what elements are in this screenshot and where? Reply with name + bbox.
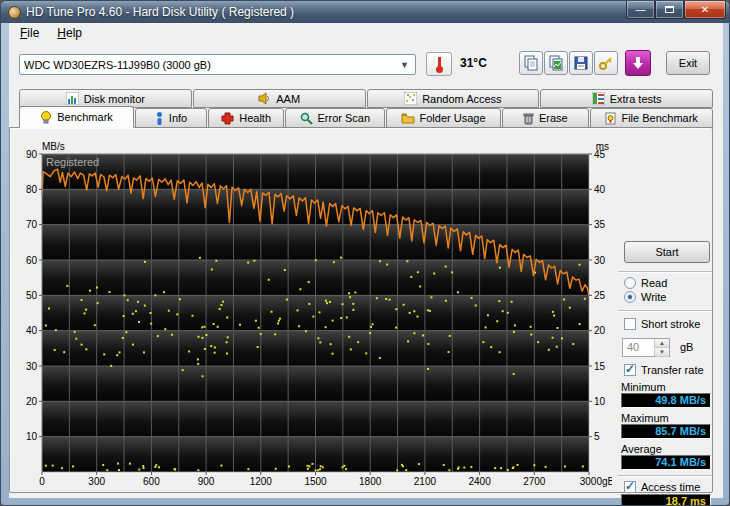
menu-help[interactable]: Help: [48, 24, 91, 42]
down-arrow-icon: [632, 56, 644, 70]
maximize-icon: [665, 6, 674, 13]
file-benchmark-icon: [605, 112, 616, 125]
svg-text:35: 35: [594, 219, 606, 230]
svg-text:45: 45: [594, 149, 606, 160]
tab-benchmark[interactable]: Benchmark: [19, 106, 134, 128]
svg-text:Registered: Registered: [46, 156, 99, 168]
drive-select-value: WDC WD30EZRS-11J99B0 (3000 gB): [24, 59, 211, 71]
svg-text:25: 25: [594, 290, 606, 301]
short-stroke-spinner[interactable]: 40 ▲▼: [622, 338, 670, 357]
maximize-button[interactable]: [655, 1, 684, 19]
svg-text:40: 40: [594, 184, 606, 195]
tab-random-access[interactable]: Random Access: [367, 89, 540, 108]
maximum-value: 85.7 MB/s: [621, 424, 711, 439]
svg-text:3000gB: 3000gB: [580, 476, 612, 487]
access-time-checkbox[interactable]: Access time: [624, 481, 700, 493]
average-value: 74.1 MB/s: [621, 455, 711, 470]
minimize-button[interactable]: —: [626, 1, 655, 19]
tab-aam[interactable]: AAM: [193, 89, 366, 108]
trash-icon: [523, 112, 534, 125]
tab-info[interactable]: Info: [135, 108, 207, 128]
svg-text:20: 20: [594, 325, 606, 336]
read-radio-circle: [624, 277, 636, 289]
svg-text:2100: 2100: [414, 476, 437, 487]
chevron-down-icon: ▼: [400, 60, 411, 70]
average-label: Average: [621, 443, 662, 455]
benchmark-icon: [40, 111, 52, 124]
window-title: HD Tune Pro 4.60 - Hard Disk Utility ( R…: [26, 5, 294, 19]
minimum-label: Minimum: [621, 381, 666, 393]
access-time-value: 18.7 ms: [621, 494, 711, 506]
temperature-value: 31°C: [460, 56, 487, 70]
folder-icon: [401, 112, 415, 124]
menu-bar: File Help: [9, 23, 723, 43]
svg-text:0: 0: [39, 476, 45, 487]
copy-icon: [523, 55, 539, 71]
write-radio-circle: [624, 291, 636, 303]
tab-row-primary: Benchmark Info Health Err: [19, 108, 713, 128]
tab-error-scan[interactable]: Error Scan: [285, 108, 384, 128]
exit-button[interactable]: Exit: [666, 51, 710, 75]
random-access-icon: [404, 92, 417, 105]
read-radio[interactable]: Read: [624, 277, 667, 289]
magnifier-icon: [300, 112, 313, 125]
svg-text:30: 30: [594, 255, 606, 266]
close-button[interactable]: ✕: [684, 1, 726, 19]
svg-text:30: 30: [26, 361, 38, 372]
copy-image-icon: [548, 55, 564, 71]
screenshot-button[interactable]: [625, 50, 651, 76]
svg-text:5: 5: [594, 431, 600, 442]
copy-image-button[interactable]: [544, 51, 568, 75]
svg-text:900: 900: [198, 476, 215, 487]
save-icon: [573, 55, 589, 71]
svg-text:1200: 1200: [250, 476, 273, 487]
tab-erase[interactable]: Erase: [502, 108, 590, 128]
copy-text-button[interactable]: [519, 51, 543, 75]
options-button[interactable]: [594, 51, 618, 75]
tab-extra-tests[interactable]: Extra tests: [540, 89, 713, 108]
tab-folder-usage[interactable]: Folder Usage: [386, 108, 501, 128]
spin-down-icon[interactable]: ▼: [655, 348, 669, 357]
svg-text:20: 20: [26, 396, 38, 407]
svg-text:MB/s: MB/s: [42, 141, 65, 152]
svg-text:60: 60: [26, 255, 38, 266]
app-icon: [8, 6, 21, 19]
title-bar: HD Tune Pro 4.60 - Hard Disk Utility ( R…: [1, 1, 729, 23]
short-stroke-checkbox[interactable]: Short stroke: [624, 318, 700, 330]
options-icon: [598, 55, 614, 71]
svg-text:1500: 1500: [304, 476, 327, 487]
disk-monitor-icon: [66, 92, 79, 105]
speaker-icon: [258, 92, 271, 105]
extra-tests-icon: [592, 92, 605, 105]
write-radio[interactable]: Write: [624, 291, 666, 303]
svg-text:15: 15: [594, 361, 606, 372]
svg-text:80: 80: [26, 184, 38, 195]
svg-text:300: 300: [88, 476, 105, 487]
svg-text:2700: 2700: [523, 476, 546, 487]
benchmark-chart-svg: RegisteredMB/sms102030405060708090510152…: [12, 140, 612, 490]
minimum-value: 49.8 MB/s: [621, 393, 711, 408]
start-button[interactable]: Start: [624, 241, 710, 263]
health-cross-icon: [221, 112, 234, 125]
benchmark-controls: Start Read Write Short stroke 40 ▲: [616, 238, 714, 506]
temperature-button[interactable]: [426, 52, 452, 76]
short-stroke-value: 40: [623, 339, 654, 356]
menu-file[interactable]: File: [11, 24, 48, 42]
drive-select[interactable]: WDC WD30EZRS-11J99B0 (3000 gB) ▼: [19, 54, 416, 75]
svg-text:600: 600: [143, 476, 160, 487]
svg-text:40: 40: [26, 325, 38, 336]
spin-up-icon[interactable]: ▲: [655, 339, 669, 348]
gb-unit-label: gB: [680, 341, 693, 353]
svg-text:2400: 2400: [468, 476, 491, 487]
app-window: HD Tune Pro 4.60 - Hard Disk Utility ( R…: [0, 0, 730, 506]
benchmark-panel: RegisteredMB/sms102030405060708090510152…: [9, 127, 713, 493]
tab-file-benchmark[interactable]: File Benchmark: [590, 108, 713, 128]
svg-text:90: 90: [26, 149, 38, 160]
svg-text:1800: 1800: [359, 476, 382, 487]
tab-health[interactable]: Health: [208, 108, 284, 128]
info-icon: [155, 112, 164, 125]
save-button[interactable]: [569, 51, 593, 75]
benchmark-chart: RegisteredMB/sms102030405060708090510152…: [12, 140, 612, 490]
maximum-label: Maximum: [621, 412, 669, 424]
transfer-rate-checkbox[interactable]: Transfer rate: [624, 364, 704, 376]
